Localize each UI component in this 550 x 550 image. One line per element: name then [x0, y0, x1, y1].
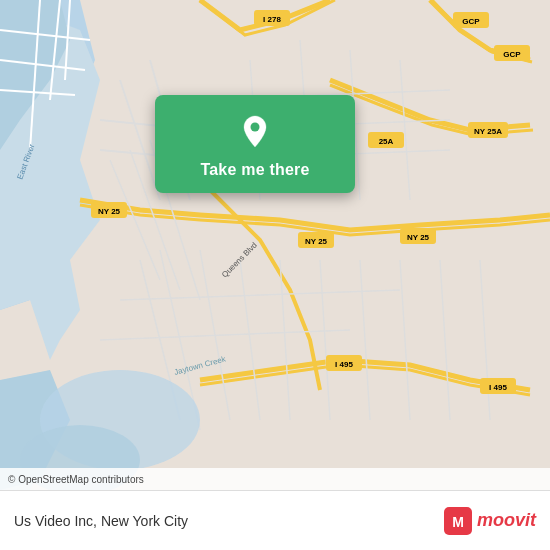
svg-text:I 495: I 495 — [335, 360, 353, 369]
moovit-logo: M moovit — [444, 507, 536, 535]
attribution-text: © OpenStreetMap contributors — [8, 474, 144, 485]
svg-point-63 — [251, 123, 260, 132]
svg-text:GCP: GCP — [462, 17, 480, 26]
svg-text:I 495: I 495 — [489, 383, 507, 392]
pin-icon — [236, 113, 274, 151]
svg-text:NY 25: NY 25 — [98, 207, 121, 216]
location-label: Us Video Inc, New York City — [14, 513, 188, 529]
bottom-bar: Us Video Inc, New York City M moovit — [0, 490, 550, 550]
svg-text:NY 25A: NY 25A — [474, 127, 502, 136]
map-view: NY 25 NY 25 NY 25 NY 25A I 278 GCP GCP I… — [0, 0, 550, 490]
svg-text:GCP: GCP — [503, 50, 521, 59]
svg-text:M: M — [452, 514, 464, 530]
take-me-there-button[interactable]: Take me there — [200, 161, 309, 179]
attribution-bar: © OpenStreetMap contributors — [0, 468, 550, 490]
moovit-icon: M — [444, 507, 472, 535]
svg-text:I 278: I 278 — [263, 15, 281, 24]
svg-text:NY 25: NY 25 — [305, 237, 328, 246]
svg-text:NY 25: NY 25 — [407, 233, 430, 242]
location-popup: Take me there — [155, 95, 355, 193]
map-background: NY 25 NY 25 NY 25 NY 25A I 278 GCP GCP I… — [0, 0, 550, 490]
svg-text:25A: 25A — [379, 137, 394, 146]
moovit-label: moovit — [477, 510, 536, 531]
